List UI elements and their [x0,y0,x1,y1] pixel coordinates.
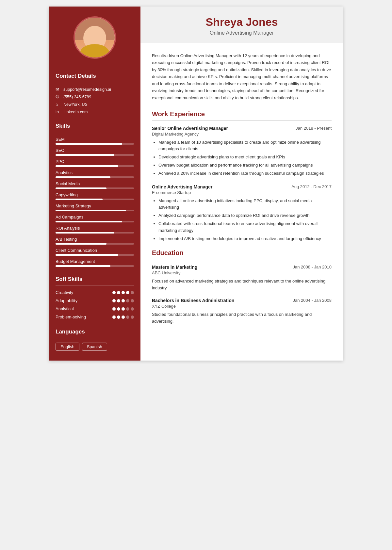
soft-skill-name: Adaptability [56,298,77,303]
summary-text: Results-driven Online Advertising Manage… [152,52,332,101]
education-item: Bachelors in Business Administration Jan… [152,298,332,325]
edu-header: Bachelors in Business Administration Jan… [152,298,332,303]
skill-item: Copywriting [56,192,134,200]
skill-bar-fill [56,199,103,200]
soft-skill-name: Analytical [56,306,74,311]
sidebar: Contact Details ✉ support@resumedesign.a… [49,7,140,361]
exp-title: Online Advertising Manager [152,184,212,189]
soft-skill-item: Analytical [56,306,134,311]
skills-list: SEM SEO PPC Analytics Social Media [56,137,134,270]
skill-bar-bg [56,265,134,267]
edu-description: Studied foundational business principles… [152,311,332,325]
linkedin-value: LinkedIn.com [63,110,88,114]
dot [131,315,134,319]
contact-divider [56,82,134,82]
edu-school: XYZ College [152,304,332,309]
skill-bar-bg [56,199,134,200]
exp-bullet: Analyzed campaign performance data to op… [158,212,332,219]
dots-container [112,299,134,302]
contact-linkedin: in LinkedIn.com [56,109,88,114]
skill-item: ROI Analysis [56,226,134,234]
location-icon: ⌂ [56,102,61,107]
phone-icon: ✆ [56,94,61,99]
skill-item: A/B Testing [56,237,134,245]
edu-date: Jan 2008 - Jan 2010 [293,265,332,269]
dot [112,315,116,319]
skill-name: PPC [56,159,134,164]
skill-bar-bg [56,143,134,145]
dot [126,307,129,311]
skill-item: Analytics [56,170,134,178]
exp-bullet: Oversaw budget allocation and performanc… [158,162,332,169]
skill-name: Social Media [56,181,134,186]
skill-bar-bg [56,165,134,167]
skill-name: Budget Management [56,259,134,264]
dots-container [112,315,134,319]
skill-item: Client Communication [56,248,134,256]
exp-title: Senior Online Advertising Manager [152,126,228,131]
linkedin-icon: in [56,109,61,114]
soft-skills-section-title: Soft Skills [56,276,82,283]
skill-bar-fill [56,243,106,245]
avatar [74,16,116,59]
skill-bar-fill [56,221,122,222]
soft-skill-item: Problem-solving [56,315,134,319]
language-tag: Spanish [82,343,107,351]
skill-bar-bg [56,187,134,189]
skill-name: SEM [56,137,134,142]
dots-container [112,291,134,294]
avatar-body [80,44,109,59]
exp-bullet: Developed strategic advertising plans to… [158,154,332,161]
skill-bar-bg [56,243,134,245]
location-value: NewYork, US [63,102,88,107]
dot [117,315,120,319]
dot [117,291,120,294]
skill-bar-fill [56,154,114,156]
language-tags: EnglishSpanish [56,343,107,351]
education-list: Masters in Marketing Jan 2008 - Jan 2010… [152,265,332,325]
experience-item: Senior Online Advertising Manager Jan 20… [152,126,332,177]
exp-bullet: Achieved a 20% increase in client retent… [158,170,332,177]
contact-phone: ✆ (555) 345-6789 [56,94,91,99]
skill-item: Ad Campaigns [56,215,134,222]
work-experience-title: Work Experience [152,110,332,118]
person-job-title: Online Advertising Manager [152,30,332,36]
dot [122,315,125,319]
dot [126,291,129,294]
soft-skill-item: Creativity [56,290,134,295]
skill-name: A/B Testing [56,237,134,242]
exp-date: Aug 2012 - Dec 2017 [291,184,332,189]
exp-header: Online Advertising Manager Aug 2012 - De… [152,184,332,189]
dot [117,307,120,311]
skill-item: SEM [56,137,134,145]
avatar-container [56,16,134,59]
skill-bar-bg [56,232,134,234]
dot [122,307,125,311]
skill-bar-fill [56,254,118,256]
experience-item: Online Advertising Manager Aug 2012 - De… [152,184,332,242]
skill-bar-bg [56,254,134,256]
exp-company: E-commerce Startup [152,190,332,195]
email-icon: ✉ [56,87,61,92]
skill-bar-bg [56,210,134,211]
dot [122,299,125,302]
skill-bar-fill [56,265,110,267]
exp-date: Jan 2018 - Present [296,126,332,131]
skill-bar-bg [56,176,134,178]
edu-header: Masters in Marketing Jan 2008 - Jan 2010 [152,265,332,270]
skill-item: Budget Management [56,259,134,267]
edu-degree: Bachelors in Business Administration [152,298,234,303]
languages-divider [56,338,134,338]
resume-main-content: Results-driven Online Advertising Manage… [140,43,343,341]
exp-company: Digital Marketing Agency [152,132,332,137]
contact-location: ⌂ NewYork, US [56,102,88,107]
soft-skill-name: Problem-solving [56,315,86,319]
dot [122,291,125,294]
dot [126,315,129,319]
education-title: Education [152,249,332,257]
dots-container [112,307,134,311]
skill-name: ROI Analysis [56,226,134,231]
email-value: support@resumedesign.ai [63,87,111,92]
dot [131,291,134,294]
skill-bar-bg [56,154,134,156]
